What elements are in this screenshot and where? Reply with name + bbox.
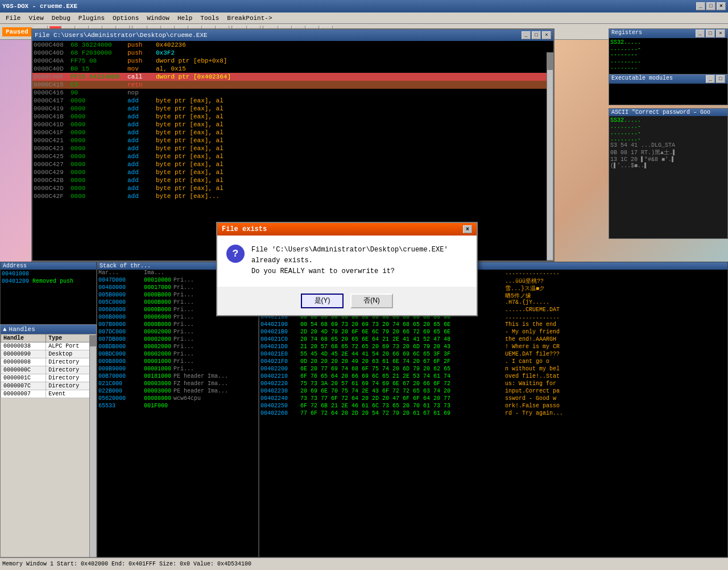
disasm-restore[interactable]: □ <box>532 31 541 39</box>
code-line-17[interactable]: 0000C42B 0000 add byte ptr [eax], al <box>32 176 553 184</box>
hex-row-14[interactable]: 00402210 6F 76 65 64 20 66 69 6C 65 21 2… <box>259 373 727 381</box>
code-line-0[interactable]: 0000C408 68 36224000 push 0x402236 <box>32 41 553 49</box>
handle-row-0[interactable]: 00000038 ALPC Port <box>1 342 96 350</box>
code-line-10[interactable]: 0000C41D 0000 add byte ptr [eax], al <box>32 121 553 129</box>
hex-row-19[interactable]: 00402260 77 6F 72 64 20 2D 20 54 72 79 2… <box>259 410 727 418</box>
handle-row-1[interactable]: 00000090 Desktop <box>1 350 96 358</box>
hex-row-10[interactable]: 004021D0 21 20 57 68 65 72 65 20 69 73 2… <box>259 344 727 351</box>
stack-row-17[interactable]: 05620000 00008000 wcw64cpu <box>97 395 258 403</box>
handles-label: ▲ <box>3 326 7 333</box>
code-line-8[interactable]: 0000C419 0000 add byte ptr [eax], al <box>32 105 553 113</box>
stack-row-7[interactable]: 007B0000 0000B000 Pri... <box>97 321 258 329</box>
hex-row-12[interactable]: 004021F0 0D 20 20 20 20 49 20 63 61 6E 7… <box>259 358 727 366</box>
col-handle: Handle <box>1 334 46 342</box>
code-line-19[interactable]: 0000C42F 0000 add byte ptr [eax]... <box>32 192 553 200</box>
hex-row-11[interactable]: 004021E0 55 45 4D 45 2E 44 41 54 20 66 6… <box>259 351 727 358</box>
code-line-1[interactable]: 0000C40D 68 F2030000 push 0x3F2 <box>32 49 553 57</box>
code-line-4[interactable]: 0000C40F FF15 64234000 call dword ptr [0… <box>32 73 553 81</box>
menu-window[interactable]: Window <box>143 14 173 23</box>
exe-restore[interactable]: □ <box>716 75 725 83</box>
status-badge: Paused <box>2 27 32 36</box>
code-line-13[interactable]: 0000C423 0000 add byte ptr [eax], al <box>32 144 553 152</box>
handle-row-2[interactable]: 00000008 Directory <box>1 358 96 366</box>
code-line-16[interactable]: 0000C429 0000 add byte ptr [eax], al <box>32 168 553 176</box>
disasm-close[interactable]: × <box>542 31 551 39</box>
handles-panel: ▲ Handles Handle Type 00000038 ALPC Port… <box>0 324 97 557</box>
code-line-15[interactable]: 0000C427 0000 add byte ptr [eax], al <box>32 160 553 168</box>
reg-minimize[interactable]: _ <box>696 30 705 38</box>
menu-debug[interactable]: Debug <box>48 14 74 23</box>
hex-row-16[interactable]: 00402230 20 69 6E 70 75 74 2E 43 6F 72 7… <box>259 388 727 395</box>
code-line-12[interactable]: 0000C421 0000 add byte ptr [eax], al <box>32 137 553 144</box>
registers-panel: Registers _ □ × SS32..... ........- ----… <box>609 28 728 77</box>
code-line-9[interactable]: 0000C41B 0000 add byte ptr [eax], al <box>32 113 553 121</box>
dialog-message-line2: Do you REALLY want to overwrite it? <box>251 266 468 277</box>
dialog-message-line1: File 'C:\Users\Administrator\Desktop\cru… <box>251 245 468 266</box>
disasm-scrollbar[interactable] <box>547 52 553 261</box>
registers-content: SS32..... ........- -------- ......... .… <box>609 38 727 76</box>
menu-file[interactable]: File <box>2 14 24 23</box>
stack-row-14[interactable]: 00B70000 00181000 PE header Ima... <box>97 373 258 381</box>
code-line-2[interactable]: 0000C40A FF75 08 push dword ptr [ebp+0x8… <box>32 57 553 65</box>
stack-row-11[interactable]: 00BDC000 00002000 Pri... <box>97 351 258 358</box>
hex-row-17[interactable]: 00402240 73 73 77 6F 72 64 20 2D 20 47 6… <box>259 395 727 403</box>
hex-row-18[interactable]: 00402250 6F 72 6B 21 2E 46 61 6C 73 65 2… <box>259 403 727 410</box>
dialog-message: File 'C:\Users\Administrator\Desktop\cru… <box>251 245 468 278</box>
close-button[interactable]: × <box>717 2 726 10</box>
stack-row-12[interactable]: 009B8000 00001000 Pri... <box>97 358 258 366</box>
disasm-scrollbar-thumb[interactable] <box>547 53 553 70</box>
code-line-18[interactable]: 0000C42D 0000 add byte ptr [eax], al <box>32 184 553 192</box>
exe-modules-content <box>609 84 727 104</box>
handles-table: Handle Type 00000038 ALPC Port 00000090 … <box>1 334 96 398</box>
menu-view[interactable]: View <box>25 14 47 23</box>
hex-row-8[interactable]: 004021B0 2D 20 4D 79 20 6F 6E 6C 79 20 6… <box>259 329 727 336</box>
handle-row-5[interactable]: 0000007C Directory <box>1 382 96 390</box>
disasm-title-bar: File C:\Users\Administrator\Desktop\crue… <box>32 30 553 41</box>
menu-breakpoint[interactable]: BreakPoint-> <box>224 14 275 23</box>
hex-row-13[interactable]: 00402200 6E 20 77 69 74 68 6F 75 74 20 6… <box>259 366 727 373</box>
hex-row-7[interactable]: 04402190 00 54 68 69 73 20 69 73 20 74 6… <box>259 321 727 329</box>
stack-row-16[interactable]: 022B000 00003000 PE header Ima... <box>97 388 258 395</box>
dialog-no-button[interactable]: 否(N) <box>350 294 393 308</box>
handle-row-4[interactable]: 0000001C Directory <box>1 374 96 382</box>
exe-minimize[interactable]: _ <box>706 75 715 83</box>
handles-scrollbar[interactable] <box>89 335 96 557</box>
minimize-button[interactable]: _ <box>696 2 705 10</box>
file-exists-dialog[interactable]: File exists × ? File 'C:\Users\Administr… <box>216 222 478 316</box>
menu-options[interactable]: Options <box>109 14 142 23</box>
title-bar: YGS-DOX - crueme.EXE _ □ × <box>0 0 728 13</box>
hex-row-9[interactable]: 004021C0 20 74 68 65 20 65 6E 64 21 2E 4… <box>259 336 727 344</box>
code-line-7[interactable]: 0000C417 0000 add byte ptr [eax], al <box>32 97 553 105</box>
mini-addr-2[interactable]: 00401209 Removed push <box>2 278 95 284</box>
handles-title-text: Handles <box>9 326 35 333</box>
handle-row-3[interactable]: 0000000C Directory <box>1 366 96 374</box>
stack-row-18[interactable]: 65533 001F000 <box>97 403 258 410</box>
dialog-yes-button[interactable]: 是(Y) <box>301 294 344 308</box>
code-line-6[interactable]: 0000C416 90 nop <box>32 89 553 97</box>
disasm-minimize[interactable]: _ <box>522 31 531 39</box>
ascii-panel-title: ASCII "Correct password – Goo <box>609 109 727 116</box>
stack-row-15[interactable]: 021C000 00003000 FZ header Ima... <box>97 381 258 388</box>
stack-row-8[interactable]: 007DC000 00002000 Pri... <box>97 329 258 336</box>
status-text: Memory Window 1 Start: 0x402000 End: 0x4… <box>2 561 251 567</box>
code-line-3[interactable]: 0000C40D B0 15 mov al, 0x15 <box>32 65 553 73</box>
handles-scrollbar-thumb[interactable] <box>90 335 96 346</box>
handle-row-6[interactable]: 00000007 Event <box>1 390 96 398</box>
dialog-close-button[interactable]: × <box>463 225 472 233</box>
reg-close[interactable]: × <box>716 30 725 38</box>
hex-row-15[interactable]: 00402220 75 73 3A 20 57 61 69 74 69 6E 6… <box>259 381 727 388</box>
code-line-11[interactable]: 0000C41F 0000 add byte ptr [eax], al <box>32 129 553 137</box>
stack-row-10[interactable]: 00BDB000 00002000 Pri... <box>97 344 258 351</box>
dialog-title-bar: File exists × <box>217 223 477 236</box>
reg-restore[interactable]: □ <box>706 30 715 38</box>
restore-button[interactable]: □ <box>706 2 715 10</box>
menu-help[interactable]: Help <box>174 14 196 23</box>
code-line-14[interactable]: 0000C425 0000 add byte ptr [eax], al <box>32 152 553 160</box>
mini-addr-1[interactable]: 00401008 <box>2 271 95 277</box>
menu-tools[interactable]: Tools <box>197 14 222 23</box>
stack-row-9[interactable]: 007DB000 00002000 Pri... <box>97 336 258 344</box>
menu-plugins[interactable]: Plugins <box>75 14 108 23</box>
app-title: YGS-DOX - crueme.EXE <box>2 3 77 10</box>
code-line-5[interactable]: 0000C415 C3 retn <box>32 81 553 89</box>
stack-row-13[interactable]: 009B9000 00001000 Pri... <box>97 366 258 373</box>
